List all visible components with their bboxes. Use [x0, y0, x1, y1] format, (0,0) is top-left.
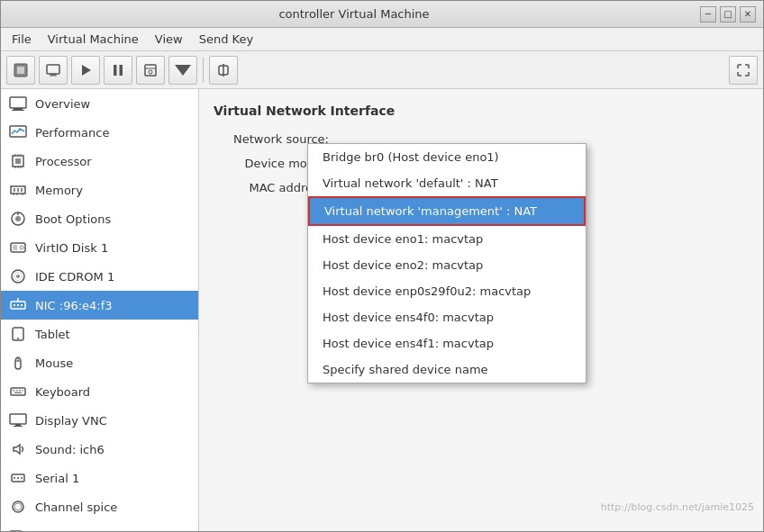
toolbar-dropdown-button[interactable]: [168, 56, 197, 85]
sidebar-label-overview: Overview: [35, 97, 90, 111]
main-content: Virtual Network Interface Network source…: [199, 89, 763, 531]
channel-icon: [8, 497, 28, 517]
window-title: controller Virtual Machine: [8, 7, 700, 21]
svg-rect-15: [14, 108, 23, 110]
watermark: http://blog.csdn.net/jamie1025: [601, 501, 754, 513]
dropdown-item-host-ens4f1[interactable]: Host device ens4f1: macvtap: [308, 330, 586, 356]
svg-point-64: [14, 477, 15, 479]
sidebar-item-keyboard[interactable]: Keyboard: [1, 377, 198, 406]
window-controls: ─ □ ✕: [700, 6, 756, 23]
svg-point-50: [17, 338, 19, 339]
svg-rect-2: [47, 65, 59, 74]
titlebar: controller Virtual Machine ─ □ ✕: [1, 1, 763, 28]
svg-rect-53: [11, 388, 25, 395]
overview-icon: [8, 94, 28, 113]
dropdown-menu: Bridge br0 (Host device eno1) Virtual ne…: [307, 143, 587, 383]
minimize-button[interactable]: ─: [700, 6, 716, 23]
close-button[interactable]: ✕: [740, 6, 756, 23]
svg-rect-1: [17, 67, 24, 74]
svg-rect-56: [19, 390, 21, 392]
toolbar-screen-button[interactable]: [39, 56, 68, 85]
sidebar-item-channel-spice[interactable]: Channel spice: [1, 492, 198, 521]
dropdown-item-bridge-br0[interactable]: Bridge br0 (Host device eno1): [308, 144, 586, 170]
section-title: Virtual Network Interface: [214, 104, 749, 118]
sidebar-item-nic[interactable]: NIC :96:e4:f3: [1, 291, 198, 320]
svg-marker-11: [175, 65, 191, 76]
svg-rect-6: [114, 65, 117, 76]
sidebar-item-processor[interactable]: Processor: [1, 147, 198, 176]
disk-icon: [8, 238, 28, 257]
svg-marker-62: [14, 445, 20, 454]
svg-rect-29: [21, 188, 23, 192]
svg-point-66: [21, 477, 23, 479]
sidebar-item-sound[interactable]: Sound: ich6: [1, 435, 198, 464]
sidebar-label-virtio-disk: VirtIO Disk 1: [35, 241, 108, 255]
toolbar-separator: [203, 58, 204, 83]
toolbar-play-button[interactable]: [71, 56, 100, 85]
serial-icon: [8, 468, 28, 488]
sidebar-item-ide-cdrom[interactable]: IDE CDROM 1: [1, 262, 198, 291]
toolbar: [1, 51, 763, 89]
sidebar-label-serial: Serial 1: [35, 472, 79, 485]
svg-rect-60: [15, 424, 21, 426]
sidebar-item-performance[interactable]: Performance: [1, 118, 198, 147]
svg-point-37: [20, 246, 23, 249]
dropdown-item-host-eno1[interactable]: Host device eno1: macvtap: [308, 226, 586, 252]
svg-rect-19: [15, 158, 21, 164]
sidebar-item-boot-options[interactable]: Boot Options: [1, 204, 198, 233]
sidebar-label-tablet: Tablet: [35, 328, 70, 341]
nic-icon: [8, 295, 28, 315]
dropdown-item-host-ens4f0[interactable]: Host device ens4f0: macvtap: [308, 304, 586, 330]
dropdown-item-virtual-management[interactable]: Virtual network 'management' : NAT: [308, 196, 586, 226]
memory-icon: [8, 180, 28, 200]
sidebar-item-display-vnc[interactable]: Display VNC: [1, 406, 198, 435]
sidebar-item-serial[interactable]: Serial 1: [1, 464, 198, 492]
menu-file[interactable]: File: [5, 30, 39, 49]
toolbar-settings-button[interactable]: [136, 56, 165, 85]
content-area: Overview Performance: [1, 89, 763, 531]
svg-rect-58: [14, 392, 22, 394]
svg-rect-46: [17, 304, 19, 306]
dropdown-item-specify-shared[interactable]: Specify shared device name: [308, 356, 586, 383]
maximize-button[interactable]: □: [720, 6, 736, 23]
sidebar-item-memory[interactable]: Memory: [1, 176, 198, 204]
svg-rect-57: [23, 390, 24, 392]
main-window: controller Virtual Machine ─ □ ✕ File Vi…: [0, 0, 764, 532]
svg-rect-14: [10, 97, 26, 108]
toolbar-pause-button[interactable]: [104, 56, 132, 85]
svg-rect-55: [16, 390, 18, 392]
dropdown-item-virtual-default[interactable]: Virtual network 'default' : NAT: [308, 170, 586, 196]
menu-virtual-machine[interactable]: Virtual Machine: [41, 30, 146, 49]
toolbar-fullscreen-button[interactable]: [729, 56, 758, 85]
svg-rect-54: [13, 390, 14, 392]
sidebar-label-ide-cdrom: IDE CDROM 1: [35, 270, 114, 284]
svg-rect-61: [14, 426, 23, 427]
sidebar-item-video-qxl[interactable]: Video QXL: [1, 521, 198, 531]
svg-rect-28: [17, 188, 19, 192]
menubar: File Virtual Machine View Send Key: [1, 28, 763, 51]
processor-icon: [8, 151, 28, 171]
sidebar-label-memory: Memory: [35, 184, 83, 197]
sidebar-item-mouse[interactable]: Mouse: [1, 348, 198, 377]
network-source-dropdown: Bridge br0 (Host device eno1) Virtual ne…: [307, 143, 587, 383]
menu-send-key[interactable]: Send Key: [192, 30, 260, 49]
dropdown-item-host-enp0s29[interactable]: Host device enp0s29f0u2: macvtap: [308, 278, 586, 304]
sidebar-item-virtio-disk[interactable]: VirtIO Disk 1: [1, 233, 198, 262]
sidebar-label-display-vnc: Display VNC: [35, 414, 107, 428]
svg-rect-59: [10, 414, 26, 424]
keyboard-icon: [8, 382, 28, 401]
tablet-icon: [8, 324, 28, 344]
sidebar: Overview Performance: [1, 89, 199, 531]
sidebar-item-tablet[interactable]: Tablet: [1, 320, 198, 348]
sound-icon: [8, 439, 28, 459]
dropdown-item-host-eno2[interactable]: Host device eno2: macvtap: [308, 252, 586, 278]
toolbar-power-button[interactable]: [6, 56, 35, 85]
toolbar-usb-button[interactable]: [209, 56, 238, 85]
sidebar-label-keyboard: Keyboard: [35, 385, 90, 399]
sidebar-label-mouse: Mouse: [35, 356, 73, 370]
sidebar-label-sound: Sound: ich6: [35, 443, 105, 456]
sidebar-item-overview[interactable]: Overview: [1, 89, 198, 118]
sidebar-label-video-qxl: Video QXL: [35, 529, 96, 532]
display-icon: [8, 410, 28, 430]
svg-marker-5: [82, 65, 91, 76]
